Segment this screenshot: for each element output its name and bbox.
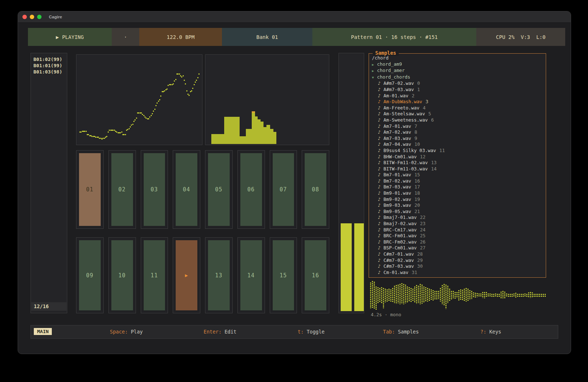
waveform-column bbox=[390, 289, 391, 302]
pad-11[interactable]: 11 bbox=[141, 237, 168, 313]
waveform-column bbox=[519, 294, 520, 297]
sample-file-row[interactable]: ♪Am7-02.wav8 bbox=[369, 129, 546, 136]
music-note-icon: ♪ bbox=[378, 263, 381, 269]
waveform-column bbox=[401, 283, 402, 304]
pattern-display[interactable]: Pattern 01 · 16 steps · #151 bbox=[312, 28, 476, 46]
sample-file-row[interactable]: ♪Bmaj7-01.wav22 bbox=[369, 215, 546, 221]
pad-01[interactable]: 01 bbox=[76, 150, 104, 229]
sample-file-row[interactable]: ♪BHW-Cm01.wav12 bbox=[369, 154, 546, 160]
pad-label: 04 bbox=[183, 186, 190, 193]
sample-index: 14 bbox=[431, 166, 437, 172]
sample-file-row[interactable]: ♪B9sus4 Silky 03.wav11 bbox=[369, 148, 546, 154]
sample-file-row[interactable]: ♪Am7-01.wav7 bbox=[369, 123, 546, 130]
waveform-column bbox=[420, 284, 421, 304]
pad-surface: 15 bbox=[273, 240, 294, 310]
sample-file-row[interactable]: ♪C#m7-01.wav28 bbox=[369, 251, 546, 257]
pad-08[interactable]: 08 bbox=[302, 150, 329, 229]
sample-file-row[interactable]: ♪Bm7-03.wav17 bbox=[369, 184, 546, 190]
scatter-dot bbox=[149, 116, 150, 118]
waveform-column bbox=[466, 288, 467, 302]
pad-label: 11 bbox=[151, 272, 158, 279]
music-note-icon: ♪ bbox=[378, 245, 381, 251]
sample-file-row[interactable]: ♪Am-DubWash.wav3 bbox=[369, 99, 546, 105]
sample-file-row[interactable]: ♪Cm-01.wav31 bbox=[369, 270, 546, 276]
sample-file-row[interactable]: ♪Bm9-05.wav21 bbox=[369, 209, 546, 215]
sample-folder-row[interactable]: ▼chord_chords bbox=[369, 74, 546, 81]
sample-file-row[interactable]: ♪C#m7-02.wav29 bbox=[369, 257, 546, 264]
sample-file-row[interactable]: ♪Am-01.wav2 bbox=[369, 93, 546, 99]
sample-file-row[interactable]: ♪C#m7-03.wav30 bbox=[369, 263, 546, 270]
sample-file-row[interactable]: ♪BRC-Fm01.wav25 bbox=[369, 233, 546, 239]
folder-name: chord_am9 bbox=[377, 61, 402, 67]
sample-file-row[interactable]: ♪BRC-Fm02.wav26 bbox=[369, 239, 546, 245]
waveform-column bbox=[451, 291, 452, 300]
sample-file-row[interactable]: ♪BITW-Fm11-02.wav13 bbox=[369, 160, 546, 166]
zoom-button[interactable] bbox=[37, 15, 42, 19]
music-note-icon: ♪ bbox=[378, 197, 381, 202]
sample-file-row[interactable]: ♪BSP-Cm01.wav27 bbox=[369, 245, 546, 251]
waveform-column bbox=[490, 293, 491, 297]
pad-05[interactable]: 05 bbox=[205, 150, 233, 229]
transport-status[interactable]: ▶ PLAYING bbox=[28, 28, 112, 46]
pad-12[interactable]: ▶ bbox=[173, 237, 200, 313]
close-button[interactable] bbox=[22, 15, 27, 19]
sample-file-row[interactable]: ♪BRC-Cm17.wav24 bbox=[369, 227, 546, 233]
music-note-icon: ♪ bbox=[378, 251, 381, 257]
pad-07[interactable]: 07 bbox=[270, 150, 297, 229]
scatter-dot bbox=[157, 102, 158, 104]
histogram-bar bbox=[246, 129, 252, 144]
sample-index: 13 bbox=[431, 160, 437, 165]
level-meter-bar bbox=[341, 223, 352, 311]
scatter-dot bbox=[106, 136, 107, 137]
sample-file-row[interactable]: ♪A#m7-02.wav0 bbox=[369, 80, 546, 87]
sample-file-row[interactable]: ♪Am7-03.wav9 bbox=[369, 136, 546, 142]
scatter-panel bbox=[76, 54, 202, 145]
sample-file-row[interactable]: ♪Bmaj7-02.wav23 bbox=[369, 221, 546, 227]
pad-surface: 13 bbox=[208, 240, 230, 310]
waveform-column bbox=[530, 292, 531, 298]
waveform-column bbox=[379, 288, 380, 302]
sample-name: Bm9-05.wav bbox=[384, 209, 411, 214]
sample-file-row[interactable]: ♪Bm7-01.wav15 bbox=[369, 172, 546, 178]
sample-file-row[interactable]: ♪Bm7-02.wav16 bbox=[369, 178, 546, 184]
sample-folder-row[interactable]: ▶chord_amer bbox=[369, 68, 546, 74]
pad-03[interactable]: 03 bbox=[141, 150, 168, 229]
scatter-dot bbox=[160, 96, 161, 97]
scatter-dot bbox=[195, 82, 196, 83]
sample-file-row[interactable]: ♪Bm9-02.wav19 bbox=[369, 197, 546, 203]
pad-02[interactable]: 02 bbox=[108, 150, 136, 229]
pad-10[interactable]: 10 bbox=[108, 237, 136, 313]
pad-13[interactable]: 13 bbox=[205, 237, 233, 313]
minimize-button[interactable] bbox=[30, 15, 34, 19]
pad-09[interactable]: 09 bbox=[76, 237, 104, 313]
sample-folder-row[interactable]: ▶chord_am9 bbox=[369, 61, 546, 68]
sample-file-row[interactable]: ♪Am-Steelsaw.wav5 bbox=[369, 111, 546, 117]
pad-15[interactable]: 15 bbox=[270, 237, 297, 313]
waveform-column bbox=[427, 288, 428, 302]
pad-label: 13 bbox=[215, 272, 222, 279]
sample-file-row[interactable]: ♪Am7-04.wav10 bbox=[369, 141, 546, 148]
sample-file-row[interactable]: ♪Am-Sweetness.wav6 bbox=[369, 117, 546, 123]
sample-file-row[interactable]: ♪Am-Freeto.wav4 bbox=[369, 105, 546, 111]
sample-file-row[interactable]: ♪BITW-Fm11-03.wav14 bbox=[369, 166, 546, 172]
sample-index: 7 bbox=[415, 123, 417, 129]
meter-panel bbox=[338, 53, 364, 313]
folder-name: chord_amer bbox=[377, 68, 405, 73]
sample-file-row[interactable]: ♪A#m7-03.wav1 bbox=[369, 87, 546, 93]
histogram-bar bbox=[255, 116, 258, 144]
sample-file-row[interactable]: ♪Bm9-01.wav18 bbox=[369, 190, 546, 197]
scatter-dot bbox=[164, 90, 165, 91]
scatter-dot bbox=[148, 118, 149, 119]
scatter-dot bbox=[191, 90, 192, 91]
pad-label: 09 bbox=[86, 272, 93, 279]
pad-04[interactable]: 04 bbox=[173, 150, 200, 229]
scatter-dot bbox=[179, 73, 180, 75]
pad-06[interactable]: 06 bbox=[237, 150, 265, 229]
pad-16[interactable]: 16 bbox=[302, 237, 329, 313]
shortcut-action: Samples bbox=[395, 329, 419, 335]
sample-file-row[interactable]: ♪Bm9-03.wav20 bbox=[369, 202, 546, 209]
waveform-column bbox=[377, 287, 379, 303]
bank-display[interactable]: Bank 01 bbox=[222, 28, 312, 46]
pad-14[interactable]: 14 bbox=[237, 237, 265, 313]
bpm-display[interactable]: 122.0 BPM bbox=[139, 28, 222, 46]
